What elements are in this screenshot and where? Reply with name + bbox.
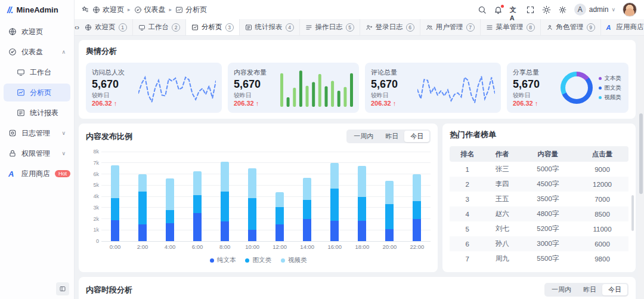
table-cell: 3500字 bbox=[520, 192, 577, 206]
chart-legend-item-图文类[interactable]: 图文类 bbox=[245, 256, 271, 264]
bar-group-20:00[interactable] bbox=[376, 152, 403, 241]
x-tick-label: 8:00 bbox=[211, 243, 239, 250]
search-icon[interactable] bbox=[478, 5, 487, 14]
bar-group-10:00[interactable] bbox=[239, 152, 266, 241]
sidebar-item-日志管理[interactable]: 日志管理∨ bbox=[4, 124, 70, 142]
table-cell: 5200字 bbox=[520, 221, 577, 236]
tab-操作日志[interactable]: 操作日志5 bbox=[300, 19, 360, 35]
publish-range-今日[interactable]: 今日 bbox=[404, 131, 429, 142]
tab-label: 操作日志 bbox=[315, 23, 343, 32]
theme-icon[interactable] bbox=[542, 5, 551, 14]
stat-text: 访问总人次5,670较昨日206.32 ↑ bbox=[92, 68, 135, 107]
bar-segment-视频类 bbox=[248, 168, 256, 198]
breadcrumb-item-分析页[interactable]: 分析页 bbox=[175, 5, 207, 15]
bar-segment-视频类 bbox=[138, 174, 147, 192]
bar-group-14:00[interactable] bbox=[293, 152, 321, 241]
tab-应用商店[interactable]: A应用商店10 bbox=[601, 19, 644, 35]
sidebar-item-分析页[interactable]: 分析页 bbox=[4, 84, 70, 101]
publish-range-一周内[interactable]: 一周内 bbox=[348, 131, 379, 142]
chart-legend-item-纯文本[interactable]: 纯文本 bbox=[210, 256, 236, 264]
legend-label: 图文类 bbox=[604, 84, 621, 92]
chart-icon bbox=[17, 88, 25, 97]
stat-card-分享总量: 分享总量5,670较昨日206.32 ↑文本类图文类视频类 bbox=[507, 63, 628, 113]
bar-group-2:00[interactable] bbox=[129, 152, 156, 241]
tab-菜单管理[interactable]: 菜单管理8 bbox=[481, 19, 541, 35]
sidebar-item-仪表盘[interactable]: 仪表盘∧ bbox=[4, 43, 70, 61]
user-menu[interactable]: Aadmin∨ bbox=[574, 4, 615, 16]
table-row: 7周九5500字9800 bbox=[450, 251, 628, 266]
chart-legend-item-视频类[interactable]: 视频类 bbox=[281, 256, 307, 264]
table-row: 5刘七5200字11000 bbox=[450, 221, 628, 236]
bar-segment-纯文本 bbox=[193, 213, 202, 241]
tab-欢迎页[interactable]: 欢迎页1 bbox=[79, 19, 133, 35]
middle-row: 内容发布比例 一周内昨日今日 01k2k3k4k5k6k7k8k 0:002:0… bbox=[79, 124, 636, 272]
list-icon bbox=[305, 24, 312, 31]
bar-group-6:00[interactable] bbox=[184, 152, 211, 241]
sidebar-item-欢迎页[interactable]: 欢迎页 bbox=[4, 23, 70, 41]
user-avatar[interactable] bbox=[623, 2, 637, 17]
table-cell: 刘七 bbox=[485, 221, 520, 236]
stat-card-评论总量: 评论总量5,670较昨日206.32 ↑ bbox=[365, 63, 501, 113]
time-analysis-range-一周内[interactable]: 一周内 bbox=[546, 284, 577, 295]
x-tick-label: 6:00 bbox=[184, 243, 211, 250]
breadcrumb-item-仪表盘[interactable]: 仪表盘 bbox=[134, 5, 166, 15]
bar-segment-视频类 bbox=[358, 166, 366, 197]
donut-ring bbox=[561, 72, 593, 104]
stat-compare-label: 较昨日 bbox=[371, 91, 414, 100]
users-icon bbox=[426, 24, 433, 31]
y-tick-label: 5k bbox=[93, 182, 99, 188]
tab-分析页[interactable]: 分析页3 bbox=[186, 19, 240, 35]
bar-group-8:00[interactable] bbox=[211, 152, 239, 241]
time-analysis-range-昨日[interactable]: 昨日 bbox=[577, 284, 602, 295]
publish-range-昨日[interactable]: 昨日 bbox=[379, 131, 404, 142]
bar-group-22:00[interactable] bbox=[403, 152, 431, 241]
stat-compare-label: 较昨日 bbox=[234, 91, 277, 100]
sidebar-collapse-button[interactable] bbox=[56, 282, 69, 295]
sidebar-item-应用商店[interactable]: A应用商店Hot bbox=[4, 165, 70, 183]
breadcrumb-label: 仪表盘 bbox=[144, 5, 166, 15]
tab-角色管理[interactable]: 角色管理9 bbox=[541, 19, 601, 35]
stat-cards-row: 访问总人次5,670较昨日206.32 ↑内容发布量5,670较昨日206.32… bbox=[86, 63, 628, 113]
sidebar-item-工作台[interactable]: 工作台 bbox=[4, 63, 70, 81]
tab-number: 2 bbox=[172, 23, 180, 32]
bell-icon[interactable] bbox=[494, 5, 503, 14]
legend-item-视频类: 视频类 bbox=[599, 94, 621, 101]
sidebar: //. MineAdmin 欢迎页仪表盘∧工作台分析页统计报表日志管理∨权限管理… bbox=[0, 0, 75, 299]
header-actions: 文AAadmin∨ bbox=[478, 2, 637, 17]
tab-统计报表[interactable]: 统计报表4 bbox=[240, 19, 300, 35]
tab-登录日志[interactable]: 登录日志6 bbox=[360, 19, 420, 35]
sidebar-item-统计报表[interactable]: 统计报表 bbox=[4, 104, 70, 122]
y-tick-label: 3k bbox=[93, 205, 99, 211]
settings-icon[interactable] bbox=[558, 5, 567, 14]
favorites-star-icon[interactable] bbox=[80, 5, 89, 14]
sidebar-item-权限管理[interactable]: 权限管理∨ bbox=[4, 144, 70, 162]
fullscreen-icon[interactable] bbox=[526, 5, 535, 14]
bar-segment-视频类 bbox=[193, 171, 202, 195]
publish-title: 内容发布比例 bbox=[86, 131, 132, 142]
donut-legend: 文本类图文类视频类 bbox=[599, 75, 621, 101]
bar-group-18:00[interactable] bbox=[348, 152, 376, 241]
hot-badge: Hot bbox=[55, 170, 70, 177]
translate-icon[interactable]: 文A bbox=[510, 5, 519, 14]
chart-plot bbox=[101, 152, 431, 241]
tab-用户管理[interactable]: 用户管理7 bbox=[420, 19, 481, 35]
bar-group-4:00[interactable] bbox=[156, 152, 184, 241]
tab-工作台[interactable]: 工作台2 bbox=[133, 19, 187, 35]
bar-group-12:00[interactable] bbox=[266, 152, 293, 241]
table-cell: 3 bbox=[450, 192, 485, 206]
bar-segment-视频类 bbox=[111, 165, 119, 198]
page-scrollbar[interactable] bbox=[638, 36, 644, 299]
stat-value: 5,670 bbox=[234, 78, 277, 91]
app-logo[interactable]: //. MineAdmin bbox=[0, 0, 74, 19]
stat-text: 内容发布量5,670较昨日206.32 ↑ bbox=[234, 68, 277, 107]
bar-group-0:00[interactable] bbox=[101, 152, 129, 241]
table-cell: 5000字 bbox=[520, 162, 577, 177]
chevron-down-icon: ∨ bbox=[61, 130, 66, 136]
page-scrollbar-thumb[interactable] bbox=[639, 113, 643, 194]
breadcrumb-item-欢迎页[interactable]: 欢迎页 bbox=[92, 5, 124, 15]
login-icon bbox=[366, 24, 373, 31]
legend-item-图文类: 图文类 bbox=[599, 84, 621, 92]
time-analysis-range-今日[interactable]: 今日 bbox=[602, 284, 627, 295]
table-scrollbar[interactable] bbox=[631, 195, 634, 231]
bar-group-16:00[interactable] bbox=[321, 152, 348, 241]
